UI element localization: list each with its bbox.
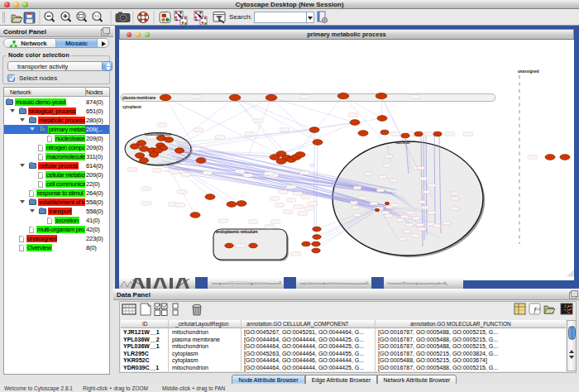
svg-text:plasma membrane: plasma membrane xyxy=(122,96,156,100)
svg-text:unassigned: unassigned xyxy=(518,69,539,74)
svg-text:1:1: 1:1 xyxy=(94,14,99,18)
svg-text:mitochondrion: mitochondrion xyxy=(145,132,171,136)
svg-text:endoplasmic reticulum: endoplasmic reticulum xyxy=(216,229,258,234)
svg-text:cytoplasm: cytoplasm xyxy=(122,105,141,109)
